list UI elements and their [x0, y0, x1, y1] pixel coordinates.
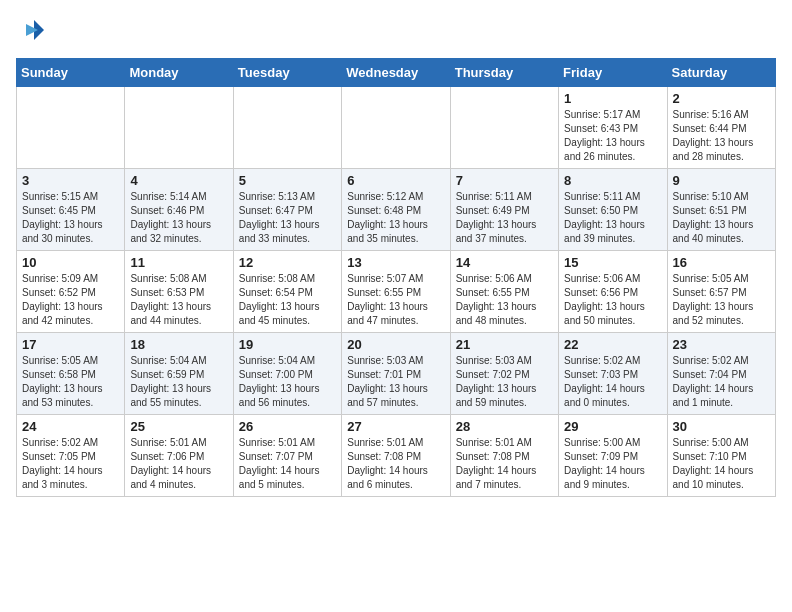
day-number: 4: [130, 173, 227, 188]
calendar-cell: 13Sunrise: 5:07 AM Sunset: 6:55 PM Dayli…: [342, 251, 450, 333]
header-wednesday: Wednesday: [342, 59, 450, 87]
logo: [16, 16, 50, 46]
header-tuesday: Tuesday: [233, 59, 341, 87]
day-info: Sunrise: 5:01 AM Sunset: 7:07 PM Dayligh…: [239, 436, 336, 492]
calendar-cell: 20Sunrise: 5:03 AM Sunset: 7:01 PM Dayli…: [342, 333, 450, 415]
day-info: Sunrise: 5:11 AM Sunset: 6:50 PM Dayligh…: [564, 190, 661, 246]
calendar-cell: 18Sunrise: 5:04 AM Sunset: 6:59 PM Dayli…: [125, 333, 233, 415]
day-info: Sunrise: 5:02 AM Sunset: 7:03 PM Dayligh…: [564, 354, 661, 410]
day-info: Sunrise: 5:04 AM Sunset: 6:59 PM Dayligh…: [130, 354, 227, 410]
calendar-cell: 8Sunrise: 5:11 AM Sunset: 6:50 PM Daylig…: [559, 169, 667, 251]
calendar-cell: 27Sunrise: 5:01 AM Sunset: 7:08 PM Dayli…: [342, 415, 450, 497]
day-info: Sunrise: 5:08 AM Sunset: 6:54 PM Dayligh…: [239, 272, 336, 328]
day-number: 7: [456, 173, 553, 188]
day-info: Sunrise: 5:03 AM Sunset: 7:02 PM Dayligh…: [456, 354, 553, 410]
calendar-cell: 4Sunrise: 5:14 AM Sunset: 6:46 PM Daylig…: [125, 169, 233, 251]
calendar-cell: 26Sunrise: 5:01 AM Sunset: 7:07 PM Dayli…: [233, 415, 341, 497]
header-sunday: Sunday: [17, 59, 125, 87]
day-info: Sunrise: 5:09 AM Sunset: 6:52 PM Dayligh…: [22, 272, 119, 328]
day-info: Sunrise: 5:01 AM Sunset: 7:06 PM Dayligh…: [130, 436, 227, 492]
calendar-cell: 11Sunrise: 5:08 AM Sunset: 6:53 PM Dayli…: [125, 251, 233, 333]
day-number: 2: [673, 91, 770, 106]
day-number: 14: [456, 255, 553, 270]
calendar-cell: 23Sunrise: 5:02 AM Sunset: 7:04 PM Dayli…: [667, 333, 775, 415]
day-number: 15: [564, 255, 661, 270]
calendar-week-row: 1Sunrise: 5:17 AM Sunset: 6:43 PM Daylig…: [17, 87, 776, 169]
calendar-cell: 29Sunrise: 5:00 AM Sunset: 7:09 PM Dayli…: [559, 415, 667, 497]
day-info: Sunrise: 5:06 AM Sunset: 6:56 PM Dayligh…: [564, 272, 661, 328]
calendar-cell: 1Sunrise: 5:17 AM Sunset: 6:43 PM Daylig…: [559, 87, 667, 169]
calendar-cell: 3Sunrise: 5:15 AM Sunset: 6:45 PM Daylig…: [17, 169, 125, 251]
day-info: Sunrise: 5:01 AM Sunset: 7:08 PM Dayligh…: [347, 436, 444, 492]
day-number: 3: [22, 173, 119, 188]
day-info: Sunrise: 5:17 AM Sunset: 6:43 PM Dayligh…: [564, 108, 661, 164]
day-info: Sunrise: 5:05 AM Sunset: 6:57 PM Dayligh…: [673, 272, 770, 328]
header-friday: Friday: [559, 59, 667, 87]
day-info: Sunrise: 5:15 AM Sunset: 6:45 PM Dayligh…: [22, 190, 119, 246]
day-info: Sunrise: 5:00 AM Sunset: 7:09 PM Dayligh…: [564, 436, 661, 492]
calendar-cell: 6Sunrise: 5:12 AM Sunset: 6:48 PM Daylig…: [342, 169, 450, 251]
day-number: 20: [347, 337, 444, 352]
calendar-cell: [342, 87, 450, 169]
day-number: 30: [673, 419, 770, 434]
day-number: 19: [239, 337, 336, 352]
calendar-cell: 2Sunrise: 5:16 AM Sunset: 6:44 PM Daylig…: [667, 87, 775, 169]
calendar-cell: [233, 87, 341, 169]
day-info: Sunrise: 5:10 AM Sunset: 6:51 PM Dayligh…: [673, 190, 770, 246]
day-number: 22: [564, 337, 661, 352]
header-saturday: Saturday: [667, 59, 775, 87]
header-monday: Monday: [125, 59, 233, 87]
day-info: Sunrise: 5:08 AM Sunset: 6:53 PM Dayligh…: [130, 272, 227, 328]
calendar-cell: [17, 87, 125, 169]
day-info: Sunrise: 5:06 AM Sunset: 6:55 PM Dayligh…: [456, 272, 553, 328]
calendar-cell: 14Sunrise: 5:06 AM Sunset: 6:55 PM Dayli…: [450, 251, 558, 333]
day-info: Sunrise: 5:01 AM Sunset: 7:08 PM Dayligh…: [456, 436, 553, 492]
day-number: 16: [673, 255, 770, 270]
day-number: 8: [564, 173, 661, 188]
calendar-cell: 24Sunrise: 5:02 AM Sunset: 7:05 PM Dayli…: [17, 415, 125, 497]
day-info: Sunrise: 5:16 AM Sunset: 6:44 PM Dayligh…: [673, 108, 770, 164]
calendar-cell: 5Sunrise: 5:13 AM Sunset: 6:47 PM Daylig…: [233, 169, 341, 251]
calendar-cell: 7Sunrise: 5:11 AM Sunset: 6:49 PM Daylig…: [450, 169, 558, 251]
calendar-cell: 25Sunrise: 5:01 AM Sunset: 7:06 PM Dayli…: [125, 415, 233, 497]
day-number: 23: [673, 337, 770, 352]
calendar-cell: 17Sunrise: 5:05 AM Sunset: 6:58 PM Dayli…: [17, 333, 125, 415]
calendar-week-row: 24Sunrise: 5:02 AM Sunset: 7:05 PM Dayli…: [17, 415, 776, 497]
calendar-cell: 16Sunrise: 5:05 AM Sunset: 6:57 PM Dayli…: [667, 251, 775, 333]
day-info: Sunrise: 5:11 AM Sunset: 6:49 PM Dayligh…: [456, 190, 553, 246]
day-number: 1: [564, 91, 661, 106]
day-number: 9: [673, 173, 770, 188]
calendar-week-row: 10Sunrise: 5:09 AM Sunset: 6:52 PM Dayli…: [17, 251, 776, 333]
calendar-cell: 19Sunrise: 5:04 AM Sunset: 7:00 PM Dayli…: [233, 333, 341, 415]
day-number: 6: [347, 173, 444, 188]
day-info: Sunrise: 5:07 AM Sunset: 6:55 PM Dayligh…: [347, 272, 444, 328]
logo-icon: [16, 16, 46, 46]
day-info: Sunrise: 5:13 AM Sunset: 6:47 PM Dayligh…: [239, 190, 336, 246]
calendar-cell: 15Sunrise: 5:06 AM Sunset: 6:56 PM Dayli…: [559, 251, 667, 333]
calendar-cell: 22Sunrise: 5:02 AM Sunset: 7:03 PM Dayli…: [559, 333, 667, 415]
day-number: 28: [456, 419, 553, 434]
day-number: 18: [130, 337, 227, 352]
day-number: 5: [239, 173, 336, 188]
calendar-cell: [125, 87, 233, 169]
calendar-cell: [450, 87, 558, 169]
day-info: Sunrise: 5:02 AM Sunset: 7:05 PM Dayligh…: [22, 436, 119, 492]
day-number: 13: [347, 255, 444, 270]
day-info: Sunrise: 5:04 AM Sunset: 7:00 PM Dayligh…: [239, 354, 336, 410]
calendar-cell: 30Sunrise: 5:00 AM Sunset: 7:10 PM Dayli…: [667, 415, 775, 497]
day-info: Sunrise: 5:05 AM Sunset: 6:58 PM Dayligh…: [22, 354, 119, 410]
calendar-cell: 9Sunrise: 5:10 AM Sunset: 6:51 PM Daylig…: [667, 169, 775, 251]
day-info: Sunrise: 5:00 AM Sunset: 7:10 PM Dayligh…: [673, 436, 770, 492]
day-number: 21: [456, 337, 553, 352]
calendar-cell: 10Sunrise: 5:09 AM Sunset: 6:52 PM Dayli…: [17, 251, 125, 333]
page-header: [16, 16, 776, 46]
calendar-cell: 21Sunrise: 5:03 AM Sunset: 7:02 PM Dayli…: [450, 333, 558, 415]
calendar-cell: 12Sunrise: 5:08 AM Sunset: 6:54 PM Dayli…: [233, 251, 341, 333]
calendar-header-row: SundayMondayTuesdayWednesdayThursdayFrid…: [17, 59, 776, 87]
day-info: Sunrise: 5:14 AM Sunset: 6:46 PM Dayligh…: [130, 190, 227, 246]
calendar-cell: 28Sunrise: 5:01 AM Sunset: 7:08 PM Dayli…: [450, 415, 558, 497]
day-info: Sunrise: 5:02 AM Sunset: 7:04 PM Dayligh…: [673, 354, 770, 410]
day-info: Sunrise: 5:03 AM Sunset: 7:01 PM Dayligh…: [347, 354, 444, 410]
day-number: 17: [22, 337, 119, 352]
day-number: 26: [239, 419, 336, 434]
